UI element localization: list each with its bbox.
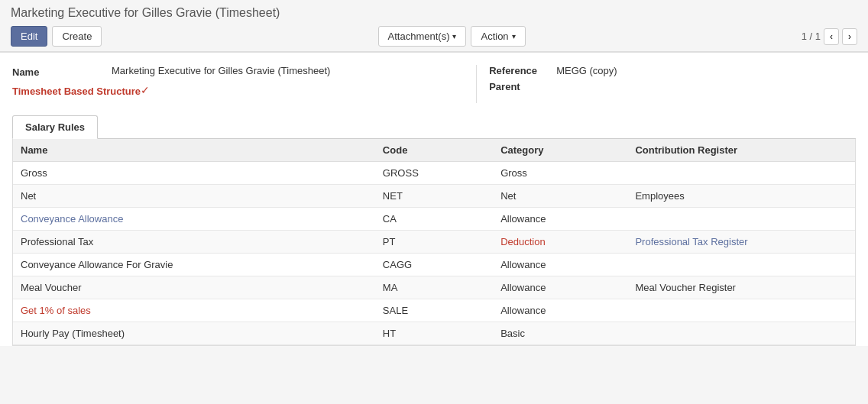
table-row[interactable]: Conveyance Allowance For GravieCAGGAllow… [13, 254, 855, 276]
structure-label: Timesheet Based Structure [12, 84, 141, 97]
form-section: Name Marketing Executive for Gilles Grav… [12, 65, 856, 103]
cell-name: Conveyance Allowance For Gravie [13, 254, 375, 276]
cell-category: Net [493, 185, 627, 208]
cell-code: HT [375, 322, 493, 345]
salary-rules-table: Name Code Category Contribution Register… [13, 139, 855, 345]
cell-name: Professional Tax [13, 231, 375, 254]
cell-name: Net [13, 185, 375, 208]
tabs-bar: Salary Rules [12, 115, 856, 139]
col-header-name: Name [13, 139, 375, 162]
attachments-button[interactable]: Attachment(s) ▾ [378, 26, 467, 47]
table-row[interactable]: Meal VoucherMAAllowanceMeal Voucher Regi… [13, 276, 855, 299]
parent-label: Parent [489, 81, 550, 92]
action-label: Action [481, 31, 508, 42]
cell-name: Get 1% of sales [13, 299, 375, 322]
cell-name: Gross [13, 162, 375, 185]
form-right: Reference MEGG (copy) Parent [476, 65, 856, 103]
cell-name: Conveyance Allowance [13, 208, 375, 231]
col-header-contrib: Contribution Register [627, 139, 855, 162]
cell-category: Allowance [493, 299, 627, 322]
cell-contrib: Professional Tax Register [627, 231, 855, 254]
action-caret-icon: ▾ [512, 32, 516, 40]
cell-category: Gross [493, 162, 627, 185]
cell-code: MA [375, 276, 493, 299]
cell-contrib [627, 254, 855, 276]
action-button[interactable]: Action ▾ [471, 26, 525, 47]
timesheet-checkbox-icon: ✓ [141, 84, 150, 96]
cell-contrib [627, 299, 855, 322]
col-header-code: Code [375, 139, 493, 162]
next-page-button[interactable]: › [842, 28, 857, 45]
attachments-label: Attachment(s) [388, 31, 450, 42]
cell-category: Allowance [493, 276, 627, 299]
prev-page-button[interactable]: ‹ [824, 28, 839, 45]
cell-code: SALE [375, 299, 493, 322]
cell-category: Allowance [493, 208, 627, 231]
parent-row: Parent [489, 81, 856, 92]
create-button[interactable]: Create [52, 26, 102, 47]
cell-contrib: Meal Voucher Register [627, 276, 855, 299]
table-row[interactable]: Hourly Pay (Timesheet)HTBasic [13, 322, 855, 345]
tab-salary-rules-label: Salary Rules [25, 121, 85, 133]
reference-label: Reference [489, 65, 550, 76]
table-row[interactable]: NetNETNetEmployees [13, 185, 855, 208]
cell-code: PT [375, 231, 493, 254]
salary-rules-table-section: Name Code Category Contribution Register… [12, 139, 856, 346]
table-row[interactable]: Conveyance AllowanceCAAllowance [13, 208, 855, 231]
tab-salary-rules[interactable]: Salary Rules [12, 115, 98, 139]
name-value: Marketing Executive for Gilles Gravie (T… [112, 65, 330, 76]
content-area: Name Marketing Executive for Gilles Grav… [0, 52, 868, 346]
edit-button[interactable]: Edit [11, 26, 47, 47]
cell-code: CAGG [375, 254, 493, 276]
structure-field-row: Timesheet Based Structure ✓ [12, 84, 476, 97]
table-header: Name Code Category Contribution Register [13, 139, 855, 162]
table-row[interactable]: GrossGROSSGross [13, 162, 855, 185]
pagination-text: 1 / 1 [802, 31, 821, 42]
page-title: Marketing Executive for Gilles Gravie (T… [11, 6, 857, 20]
reference-section: Reference MEGG (copy) Parent [489, 65, 856, 92]
table-row[interactable]: Get 1% of salesSALEAllowance [13, 299, 855, 322]
cell-contrib [627, 208, 855, 231]
cell-code: NET [375, 185, 493, 208]
name-field-row: Name Marketing Executive for Gilles Grav… [12, 65, 476, 78]
cell-code: GROSS [375, 162, 493, 185]
cell-category: Allowance [493, 254, 627, 276]
table-row[interactable]: Professional TaxPTDeductionProfessional … [13, 231, 855, 254]
pagination: 1 / 1 ‹ › [802, 28, 857, 45]
cell-contrib [627, 322, 855, 345]
reference-row: Reference MEGG (copy) [489, 65, 856, 76]
cell-name: Hourly Pay (Timesheet) [13, 322, 375, 345]
toolbar: Edit Create Attachment(s) ▾ Action ▾ 1 /… [11, 26, 857, 47]
cell-contrib: Employees [627, 185, 855, 208]
name-label: Name [12, 65, 112, 78]
table-body: GrossGROSSGrossNetNETNetEmployeesConveya… [13, 162, 855, 345]
attachments-caret-icon: ▾ [452, 32, 456, 40]
cell-contrib [627, 162, 855, 185]
cell-category: Basic [493, 322, 627, 345]
form-left: Name Marketing Executive for Gilles Grav… [12, 65, 476, 103]
cell-name: Meal Voucher [13, 276, 375, 299]
top-bar: Marketing Executive for Gilles Gravie (T… [0, 0, 868, 52]
reference-value: MEGG (copy) [556, 65, 617, 76]
cell-code: CA [375, 208, 493, 231]
col-header-category: Category [493, 139, 627, 162]
cell-category: Deduction [493, 231, 627, 254]
